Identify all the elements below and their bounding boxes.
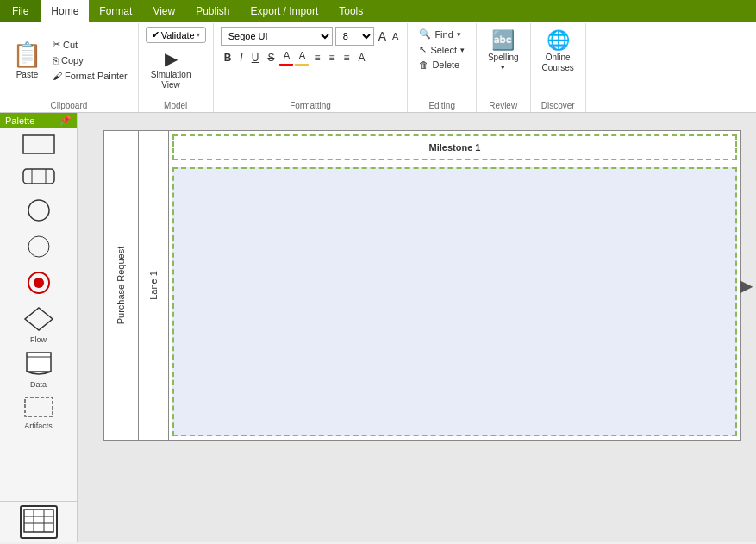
font-grow-button[interactable]: A [377, 28, 388, 44]
cut-button[interactable]: ✂ Cut [49, 37, 131, 52]
delete-button[interactable]: 🗑 Delete [415, 58, 464, 72]
online-courses-icon: 🌐 [547, 29, 570, 52]
select-icon: ↖ [419, 44, 427, 55]
milestone-header: Milestone 1 [172, 134, 737, 160]
palette-item-artifacts[interactable]: Artifacts [9, 393, 69, 433]
palette-panel: Palette 📌 [0, 113, 78, 542]
svg-point-5 [28, 236, 49, 257]
copy-button[interactable]: ⎘ Copy [49, 53, 131, 67]
menu-export-import[interactable]: Export / Import [241, 0, 329, 22]
spelling-icon: 🔤 [491, 29, 515, 52]
circle-filled-icon [26, 270, 52, 296]
strikethrough-button[interactable]: S [264, 50, 278, 66]
select-button[interactable]: ↖ Select ▾ [415, 42, 469, 57]
font-shrink-button[interactable]: A [390, 30, 400, 42]
find-icon: 🔍 [419, 28, 431, 40]
palette-pin-button[interactable]: 📌 [59, 115, 72, 126]
svg-rect-0 [23, 135, 54, 153]
palette-header: Palette 📌 [0, 113, 77, 128]
pool-title-column: Purchase Request [104, 131, 139, 440]
menu-format[interactable]: Format [89, 0, 142, 22]
svg-rect-12 [24, 510, 53, 532]
align-center-button[interactable]: ≡ [325, 50, 338, 66]
bold-button[interactable]: B [221, 50, 235, 66]
milestone-arrow: ▶ [740, 275, 753, 296]
main-area: Palette 📌 [0, 113, 756, 542]
palette-items-list: Flow Data [0, 128, 77, 501]
svg-marker-8 [25, 308, 53, 330]
font-size-select[interactable]: 8 [335, 27, 374, 46]
circle-outline-thin-icon [26, 234, 52, 259]
swimlane-lanes: Lane 1 Milestone 1 [139, 131, 740, 440]
document-shape-icon [23, 351, 54, 377]
ribbon-group-clipboard: 📋 Paste ✂ Cut ⎘ Copy 🖌 Format Painter Cl… [0, 23, 139, 112]
palette-item-flow[interactable]: Flow [9, 303, 69, 347]
paste-icon: 📋 [12, 41, 42, 69]
ribbon: 📋 Paste ✂ Cut ⎘ Copy 🖌 Format Painter Cl… [0, 22, 756, 113]
italic-button[interactable]: I [236, 50, 246, 66]
paste-button[interactable]: 📋 Paste [7, 38, 47, 82]
format-painter-icon: 🖌 [53, 71, 62, 81]
simulation-view-button[interactable]: ▶ SimulationView [146, 46, 197, 93]
formatting-top-row: Segoe UI 8 A A [221, 27, 401, 46]
palette-item-circle-outline[interactable] [9, 195, 69, 229]
dashed-rect-icon [23, 396, 54, 418]
underline-button[interactable]: U [248, 50, 263, 66]
diagram-canvas: Purchase Request Lane 1 Milestone 1 [86, 122, 756, 527]
palette-item-data[interactable]: Data [9, 348, 69, 391]
find-button[interactable]: 🔍 Find ▾ [415, 27, 465, 41]
format-painter-button[interactable]: 🖌 Format Painter [49, 69, 131, 83]
simulation-icon: ▶ [165, 48, 178, 69]
copy-icon: ⎘ [53, 55, 59, 66]
menu-home[interactable]: Home [41, 0, 89, 22]
lane-body[interactable] [172, 167, 737, 436]
circle-outline-icon [26, 197, 52, 223]
menu-view[interactable]: View [142, 0, 185, 22]
ribbon-group-model: ✔ Validate ▾ ▶ SimulationView Model [139, 23, 214, 112]
svg-rect-11 [25, 397, 53, 416]
table-shape-icon [23, 509, 54, 533]
swimlane-container[interactable]: Purchase Request Lane 1 Milestone 1 [103, 130, 741, 441]
menu-bar: File Home Format View Publish Export / I… [0, 0, 756, 22]
svg-rect-9 [27, 353, 51, 372]
delete-icon: 🗑 [419, 59, 428, 70]
font-color-button[interactable]: A [279, 48, 293, 66]
menu-file[interactable]: File [0, 0, 41, 22]
menu-publish[interactable]: Publish [185, 0, 240, 22]
pool-title: Purchase Request [116, 247, 127, 325]
font-family-select[interactable]: Segoe UI [221, 27, 333, 46]
formatting-bottom-row: B I U S A A ≡ ≡ ≡ A [221, 48, 369, 66]
ribbon-group-formatting: Segoe UI 8 A A B I U S A A ≡ ≡ ≡ A Fo [214, 23, 409, 112]
palette-bottom [0, 501, 77, 542]
ribbon-group-discover: 🌐 OnlineCourses Discover [531, 23, 586, 112]
palette-item-process[interactable] [9, 163, 69, 193]
svg-point-7 [34, 278, 44, 288]
rectangle-shape-icon [22, 134, 56, 155]
svg-point-4 [28, 200, 49, 221]
validate-dropdown-arrow: ▾ [197, 31, 200, 39]
lane-label-column: Lane 1 [139, 131, 169, 440]
lane-title: Lane 1 [148, 271, 159, 300]
canvas-area[interactable]: Purchase Request Lane 1 Milestone 1 [78, 113, 756, 542]
palette-item-circle-outline-thin[interactable] [9, 231, 69, 266]
spelling-button[interactable]: 🔤 Spelling ▾ [484, 27, 523, 74]
online-courses-button[interactable]: 🌐 OnlineCourses [538, 27, 578, 76]
palette-bottom-table-button[interactable] [20, 505, 58, 539]
validate-icon: ✔ [152, 29, 159, 41]
more-text-button[interactable]: A [354, 50, 368, 66]
diamond-shape-icon [23, 306, 54, 332]
cut-icon: ✂ [53, 39, 60, 50]
menu-tools[interactable]: Tools [328, 0, 373, 22]
fill-color-button[interactable]: A [295, 48, 309, 66]
lane-content: Milestone 1 [169, 131, 740, 440]
palette-item-rectangle[interactable] [9, 131, 69, 161]
palette-item-circle-filled[interactable] [9, 267, 69, 302]
ribbon-group-review: 🔤 Spelling ▾ Review [477, 23, 531, 112]
process-shape-icon [22, 166, 56, 187]
validate-button[interactable]: ✔ Validate ▾ [146, 27, 206, 43]
align-right-button[interactable]: ≡ [340, 50, 353, 66]
align-left-button[interactable]: ≡ [310, 50, 323, 66]
ribbon-group-editing: 🔍 Find ▾ ↖ Select ▾ 🗑 Delete Editing [408, 23, 477, 112]
svg-rect-1 [23, 169, 54, 184]
